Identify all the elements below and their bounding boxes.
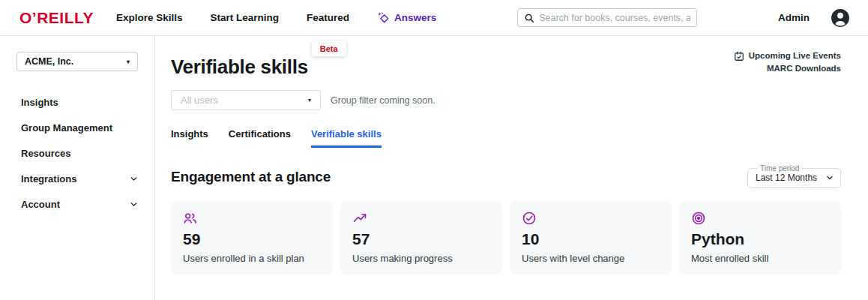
stat-value: 57 (352, 230, 490, 248)
main-content: Verifiable skills Beta Upcoming Live Eve… (155, 36, 868, 300)
chevron-down-icon (825, 173, 834, 182)
content-tabs: Insights Certifications Verifiable skill… (171, 128, 841, 148)
nav-explore-skills[interactable]: Explore Skills (116, 12, 183, 23)
stat-card-enrolled: 59 Users enrolled in a skill plan (171, 201, 333, 274)
admin-sidebar: ACME, Inc. ▾ Insights Group Management R… (0, 36, 155, 300)
stat-value: Python (691, 230, 829, 248)
oreilly-logo[interactable]: O’REILLY (19, 9, 94, 27)
sidebar-item-label: Account (21, 199, 60, 210)
caret-down-icon: ▾ (127, 58, 130, 65)
section-title: Engagement at a glance (171, 169, 331, 185)
sidebar-item-label: Group Management (21, 122, 112, 134)
tab-insights[interactable]: Insights (171, 128, 208, 148)
beta-badge: Beta (312, 41, 346, 56)
admin-menu[interactable]: Admin (778, 12, 810, 23)
sidebar-item-integrations[interactable]: Integrations (16, 166, 139, 191)
sidebar-nav: Insights Group Management Resources Inte… (16, 89, 154, 217)
tab-certifications[interactable]: Certifications (229, 128, 291, 148)
global-search[interactable] (517, 8, 697, 27)
nav-featured[interactable]: Featured (307, 12, 349, 23)
tab-verifiable-skills[interactable]: Verifiable skills (311, 128, 382, 148)
search-icon (524, 13, 534, 23)
calendar-check-icon (734, 51, 744, 62)
engagement-stat-cards: 59 Users enrolled in a skill plan 57 Use… (171, 201, 841, 274)
stat-label: Users making progress (352, 253, 490, 264)
stat-value: 59 (183, 230, 321, 248)
marc-downloads-link[interactable]: MARC Downloads (734, 62, 841, 75)
chevron-down-icon (129, 174, 139, 184)
check-circle-icon (522, 211, 660, 226)
organization-select-value: ACME, Inc. (25, 56, 73, 67)
chevron-down-icon (129, 200, 139, 209)
upcoming-live-events-link[interactable]: Upcoming Live Events (734, 50, 841, 62)
sparkle-diamond-icon (377, 11, 391, 25)
nav-answers-label: Answers (394, 12, 436, 23)
stat-label: Most enrolled skill (691, 253, 829, 264)
user-avatar-icon[interactable] (831, 8, 850, 28)
nav-answers[interactable]: Answers (377, 11, 436, 25)
stat-label: Users with level change (522, 253, 660, 264)
sidebar-item-insights[interactable]: Insights (16, 89, 139, 115)
sidebar-item-group-management[interactable]: Group Management (16, 115, 139, 140)
sidebar-item-resources[interactable]: Resources (16, 140, 139, 166)
group-filter-note: Group filter coming soon. (331, 95, 435, 106)
nav-start-learning[interactable]: Start Learning (210, 12, 279, 23)
quick-links: Upcoming Live Events MARC Downloads (734, 50, 841, 75)
caret-down-icon: ▾ (308, 97, 311, 104)
time-period-label: Time period (757, 164, 802, 172)
stat-label: Users enrolled in a skill plan (183, 253, 321, 264)
sidebar-item-account[interactable]: Account (16, 191, 139, 217)
sidebar-item-label: Insights (21, 97, 58, 108)
stat-value: 10 (522, 230, 660, 248)
sidebar-item-label: Integrations (21, 173, 76, 184)
stat-card-most-enrolled: Python Most enrolled skill (679, 201, 841, 274)
sidebar-item-label: Resources (21, 148, 70, 159)
users-icon (183, 211, 321, 226)
target-icon (691, 211, 829, 226)
time-period-value: Last 12 Months (756, 172, 817, 183)
search-input[interactable] (539, 13, 690, 23)
group-filter-select[interactable]: All users ▾ (171, 90, 321, 110)
organization-select[interactable]: ACME, Inc. ▾ (16, 52, 138, 71)
top-navigation-bar: O’REILLY Explore Skills Start Learning F… (0, 0, 868, 36)
upcoming-live-events-label: Upcoming Live Events (749, 50, 841, 62)
trend-up-icon (352, 211, 490, 226)
page-title: Verifiable skills (171, 56, 308, 79)
time-period-select[interactable]: Time period Last 12 Months (747, 164, 841, 188)
stat-card-progress: 57 Users making progress (340, 201, 502, 274)
stat-card-level-change: 10 Users with level change (510, 201, 672, 274)
group-filter-value: All users (181, 94, 218, 106)
primary-nav: Explore Skills Start Learning Featured (116, 12, 349, 23)
